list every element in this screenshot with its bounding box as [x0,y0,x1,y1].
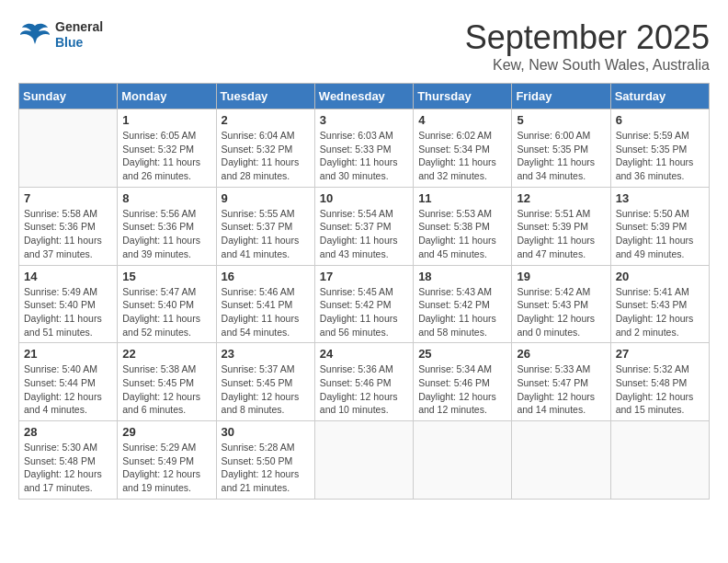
day-number: 14 [24,270,112,283]
day-number: 21 [24,347,112,361]
calendar-cell: 15Sunrise: 5:47 AM Sunset: 5:40 PM Dayli… [118,265,216,343]
calendar-cell: 27Sunrise: 5:32 AM Sunset: 5:48 PM Dayli… [610,343,709,421]
calendar-cell: 20Sunrise: 5:41 AM Sunset: 5:43 PM Dayli… [610,265,709,343]
day-number: 12 [517,191,605,205]
day-number: 23 [222,347,310,361]
day-number: 11 [418,191,506,205]
calendar-cell [314,421,413,500]
day-info: Sunrise: 5:34 AM Sunset: 5:46 PM Dayligh… [418,362,506,417]
calendar-cell: 10Sunrise: 5:54 AM Sunset: 5:37 PM Dayli… [314,187,413,265]
day-number: 30 [222,425,310,439]
day-info: Sunrise: 5:28 AM Sunset: 5:50 PM Dayligh… [222,441,310,495]
day-info: Sunrise: 5:36 AM Sunset: 5:46 PM Dayligh… [320,362,408,417]
calendar-cell: 3Sunrise: 6:03 AM Sunset: 5:33 PM Daylig… [314,109,413,188]
weekday-header-tuesday: Tuesday [216,84,314,109]
day-number: 16 [222,270,310,283]
day-info: Sunrise: 6:02 AM Sunset: 5:34 PM Dayligh… [418,129,506,183]
day-info: Sunrise: 5:54 AM Sunset: 5:37 PM Dayligh… [320,207,408,261]
day-info: Sunrise: 5:53 AM Sunset: 5:38 PM Dayligh… [418,207,506,261]
day-info: Sunrise: 5:46 AM Sunset: 5:41 PM Dayligh… [222,285,310,339]
weekday-header-thursday: Thursday [414,84,512,109]
day-number: 10 [320,191,408,205]
logo-bird-icon [18,18,51,52]
day-number: 2 [222,113,310,127]
day-number: 29 [122,425,210,439]
day-info: Sunrise: 5:59 AM Sunset: 5:35 PM Dayligh… [616,129,704,183]
calendar-cell [610,421,709,500]
weekday-header-sunday: Sunday [19,84,118,109]
calendar-cell: 9Sunrise: 5:55 AM Sunset: 5:37 PM Daylig… [216,187,314,265]
day-info: Sunrise: 5:41 AM Sunset: 5:43 PM Dayligh… [616,285,704,339]
calendar-week-row: 7Sunrise: 5:58 AM Sunset: 5:36 PM Daylig… [19,187,710,265]
day-number: 22 [122,347,210,361]
calendar-cell: 8Sunrise: 5:56 AM Sunset: 5:36 PM Daylig… [118,187,216,265]
day-number: 3 [320,113,408,127]
calendar-cell: 16Sunrise: 5:46 AM Sunset: 5:41 PM Dayli… [216,265,314,343]
calendar-cell: 19Sunrise: 5:42 AM Sunset: 5:43 PM Dayli… [512,265,610,343]
day-number: 5 [517,113,605,127]
day-info: Sunrise: 5:33 AM Sunset: 5:47 PM Dayligh… [517,362,605,417]
calendar-cell: 1Sunrise: 6:05 AM Sunset: 5:32 PM Daylig… [118,109,216,188]
day-number: 9 [222,191,310,205]
calendar-week-row: 28Sunrise: 5:30 AM Sunset: 5:48 PM Dayli… [19,421,710,500]
day-info: Sunrise: 6:04 AM Sunset: 5:32 PM Dayligh… [222,129,310,183]
calendar-cell: 25Sunrise: 5:34 AM Sunset: 5:46 PM Dayli… [414,343,512,421]
day-info: Sunrise: 5:30 AM Sunset: 5:48 PM Dayligh… [24,441,112,495]
day-info: Sunrise: 5:32 AM Sunset: 5:48 PM Dayligh… [616,362,704,417]
day-number: 26 [517,347,605,361]
day-number: 27 [616,347,704,361]
day-number: 18 [418,270,506,283]
calendar-header-row: SundayMondayTuesdayWednesdayThursdayFrid… [19,84,710,109]
calendar-cell: 4Sunrise: 6:02 AM Sunset: 5:34 PM Daylig… [414,109,512,188]
calendar-cell: 18Sunrise: 5:43 AM Sunset: 5:42 PM Dayli… [414,265,512,343]
calendar-cell: 5Sunrise: 6:00 AM Sunset: 5:35 PM Daylig… [512,109,610,188]
weekday-header-wednesday: Wednesday [314,84,413,109]
day-info: Sunrise: 6:03 AM Sunset: 5:33 PM Dayligh… [320,129,408,183]
day-info: Sunrise: 5:37 AM Sunset: 5:45 PM Dayligh… [222,362,310,417]
calendar-week-row: 1Sunrise: 6:05 AM Sunset: 5:32 PM Daylig… [19,109,710,188]
calendar-cell: 6Sunrise: 5:59 AM Sunset: 5:35 PM Daylig… [610,109,709,188]
calendar-cell: 21Sunrise: 5:40 AM Sunset: 5:44 PM Dayli… [19,343,118,421]
day-info: Sunrise: 5:40 AM Sunset: 5:44 PM Dayligh… [24,362,112,417]
calendar-cell: 30Sunrise: 5:28 AM Sunset: 5:50 PM Dayli… [216,421,314,500]
day-info: Sunrise: 6:05 AM Sunset: 5:32 PM Dayligh… [122,129,210,183]
day-info: Sunrise: 5:42 AM Sunset: 5:43 PM Dayligh… [517,285,605,339]
calendar-cell: 28Sunrise: 5:30 AM Sunset: 5:48 PM Dayli… [19,421,118,500]
day-number: 13 [616,191,704,205]
day-info: Sunrise: 6:00 AM Sunset: 5:35 PM Dayligh… [517,129,605,183]
day-number: 6 [616,113,704,127]
weekday-header-monday: Monday [118,84,216,109]
day-info: Sunrise: 5:38 AM Sunset: 5:45 PM Dayligh… [122,362,210,417]
day-number: 7 [24,191,112,205]
calendar-week-row: 14Sunrise: 5:49 AM Sunset: 5:40 PM Dayli… [19,265,710,343]
logo-general-text: General [55,19,103,35]
day-number: 25 [418,347,506,361]
calendar-table: SundayMondayTuesdayWednesdayThursdayFrid… [18,83,710,500]
calendar-cell: 13Sunrise: 5:50 AM Sunset: 5:39 PM Dayli… [610,187,709,265]
calendar-cell: 22Sunrise: 5:38 AM Sunset: 5:45 PM Dayli… [118,343,216,421]
logo-blue-text: Blue [55,35,103,51]
day-info: Sunrise: 5:58 AM Sunset: 5:36 PM Dayligh… [24,207,112,261]
calendar-cell [512,421,610,500]
day-info: Sunrise: 5:45 AM Sunset: 5:42 PM Dayligh… [320,285,408,339]
calendar-cell: 14Sunrise: 5:49 AM Sunset: 5:40 PM Dayli… [19,265,118,343]
calendar-cell: 2Sunrise: 6:04 AM Sunset: 5:32 PM Daylig… [216,109,314,188]
day-info: Sunrise: 5:47 AM Sunset: 5:40 PM Dayligh… [122,285,210,339]
day-info: Sunrise: 5:55 AM Sunset: 5:37 PM Dayligh… [222,207,310,261]
calendar-cell: 24Sunrise: 5:36 AM Sunset: 5:46 PM Dayli… [314,343,413,421]
day-number: 15 [122,270,210,283]
month-title: September 2025 [465,18,710,57]
calendar-cell: 26Sunrise: 5:33 AM Sunset: 5:47 PM Dayli… [512,343,610,421]
day-number: 8 [122,191,210,205]
calendar-cell: 12Sunrise: 5:51 AM Sunset: 5:39 PM Dayli… [512,187,610,265]
calendar-cell: 23Sunrise: 5:37 AM Sunset: 5:45 PM Dayli… [216,343,314,421]
weekday-header-friday: Friday [512,84,610,109]
day-info: Sunrise: 5:56 AM Sunset: 5:36 PM Dayligh… [122,207,210,261]
day-number: 4 [418,113,506,127]
location-subtitle: Kew, New South Wales, Australia [465,57,710,74]
day-number: 28 [24,425,112,439]
day-number: 20 [616,270,704,283]
calendar-cell: 7Sunrise: 5:58 AM Sunset: 5:36 PM Daylig… [19,187,118,265]
day-number: 1 [122,113,210,127]
calendar-cell: 29Sunrise: 5:29 AM Sunset: 5:49 PM Dayli… [118,421,216,500]
